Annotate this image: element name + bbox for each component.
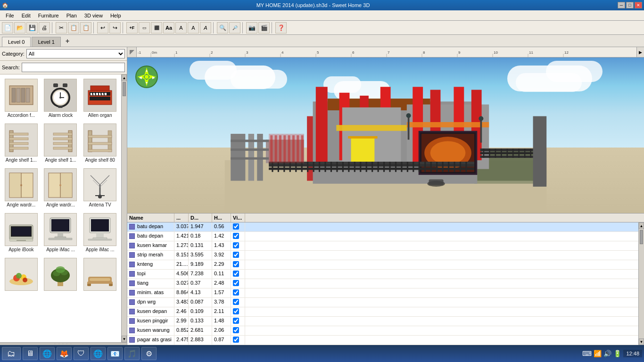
photo-button[interactable]: 📷 — [246, 22, 257, 33]
td-visible[interactable] — [231, 307, 245, 316]
td-visible[interactable] — [231, 251, 245, 260]
visibility-checkbox[interactable] — [233, 242, 239, 248]
tab-level0[interactable]: Level 0 — [2, 37, 31, 47]
visibility-checkbox[interactable] — [233, 337, 239, 343]
td-visible[interactable] — [231, 270, 245, 279]
restore-button[interactable]: □ — [626, 2, 634, 8]
td-visible[interactable] — [231, 279, 245, 288]
add-level-button[interactable]: + — [62, 35, 73, 47]
visibility-checkbox[interactable] — [233, 318, 239, 324]
scroll-thumb[interactable] — [123, 82, 126, 96]
furniture-item-apple-imac1[interactable]: Apple iMac ... — [41, 211, 80, 255]
taskbar-btn-3[interactable]: 🦊 — [57, 347, 72, 360]
visibility-checkbox[interactable] — [233, 223, 239, 230]
furniture-item-13[interactable] — [2, 255, 41, 294]
scroll-up-button[interactable]: ▲ — [122, 74, 127, 81]
table-row[interactable]: kusen warung 0.852 2.681 2.06 — [127, 326, 638, 336]
col-header-height[interactable]: H... — [212, 214, 231, 222]
visibility-checkbox[interactable] — [233, 327, 239, 333]
visibility-checkbox[interactable] — [233, 271, 239, 277]
col-header-dots[interactable]: ... — [174, 214, 189, 222]
furniture-item-accordion-f[interactable]: Accordion f... — [2, 76, 41, 120]
wall-button[interactable]: ▭ — [139, 22, 150, 33]
furniture-item-antena-tv[interactable]: Antena TV — [81, 166, 119, 210]
help-button[interactable]: ❓ — [275, 22, 287, 33]
td-visible[interactable] — [231, 232, 245, 241]
furniture-grid-scrollbar[interactable]: ▲ ▼ — [121, 74, 127, 342]
visibility-checkbox[interactable] — [233, 289, 239, 296]
table-scrollbar[interactable]: ▲ ▼ — [638, 222, 644, 345]
video-button[interactable]: 🎬 — [258, 22, 270, 33]
visibility-checkbox[interactable] — [233, 261, 239, 267]
furniture-item-alarm-clock[interactable]: Alarm clock — [41, 76, 80, 120]
new-button[interactable]: 📄 — [2, 22, 13, 33]
table-row[interactable]: kusen depan 2.46 0.109 2.11 — [127, 307, 638, 317]
3d-canvas[interactable]: ▲ ▼ ◀ ▶ — [127, 58, 644, 213]
menu-3dview[interactable]: 3D view — [81, 10, 107, 20]
room-button[interactable]: ⬛ — [151, 22, 162, 33]
taskbar-btn-4[interactable]: 🛡 — [74, 347, 89, 360]
td-visible[interactable] — [231, 288, 245, 297]
furniture-item-allen-organ[interactable]: Allen organ — [81, 76, 119, 120]
undo-button[interactable]: ↩ — [97, 22, 108, 33]
furniture-item-angle-shelf-1a[interactable]: Angle shelf 1... — [2, 121, 41, 165]
table-row[interactable]: kusen kamar 1.273 0.131 1.43 — [127, 241, 638, 251]
save-button[interactable]: 💾 — [26, 22, 38, 33]
furniture-item-angle-wardrobe-a[interactable]: Angle wardr... — [2, 166, 41, 210]
td-visible[interactable] — [231, 336, 245, 345]
menu-edit[interactable]: Edit — [18, 10, 34, 20]
close-button[interactable]: ✕ — [635, 2, 642, 8]
compass-widget[interactable]: ▲ ▼ ◀ ▶ — [135, 65, 158, 89]
td-visible[interactable] — [231, 317, 245, 326]
furniture-item-angle-wardrobe-b[interactable]: Angle wardr... — [41, 166, 80, 210]
table-scroll-thumb[interactable] — [640, 230, 643, 244]
text-button[interactable]: Aa — [163, 22, 174, 33]
table-row[interactable]: dpn wrg 3.483 0.087 3.78 — [127, 298, 638, 307]
table-row[interactable]: knteng 21.... 9.189 2.29 — [127, 260, 638, 270]
table-row[interactable]: strip merah 8.151 3.595 3.92 — [127, 251, 638, 260]
print-button[interactable]: 🖨 — [39, 22, 50, 33]
td-visible[interactable] — [231, 222, 245, 231]
td-visible[interactable] — [231, 326, 245, 335]
taskbar-btn-5[interactable]: 🌐 — [91, 347, 106, 360]
furniture-item-14[interactable] — [41, 255, 80, 294]
table-row[interactable]: batu depan 3.037 1.947 0.56 — [127, 222, 638, 232]
open-button[interactable]: 📂 — [14, 22, 25, 33]
menu-plan[interactable]: Plan — [63, 10, 81, 20]
panel-resize-handle[interactable]: · · · · · — [0, 342, 127, 345]
menu-help[interactable]: Help — [107, 10, 125, 20]
taskbar-btn-2[interactable]: 🌐 — [40, 347, 55, 360]
visibility-checkbox[interactable] — [233, 233, 239, 239]
taskbar-btn-8[interactable]: ⚙ — [141, 347, 157, 360]
visibility-checkbox[interactable] — [233, 280, 239, 286]
scroll-down-button[interactable]: ▼ — [122, 336, 127, 342]
furniture-item-apple-ibook[interactable]: Apple iBook — [2, 211, 41, 255]
td-visible[interactable] — [231, 260, 245, 269]
category-select[interactable]: All Bathroom Bedroom Kitchen Living room… — [26, 49, 125, 58]
taskbar-btn-6[interactable]: 📧 — [107, 347, 123, 360]
furniture-item-15[interactable] — [81, 255, 119, 294]
redo-button[interactable]: ↪ — [109, 22, 121, 33]
td-visible[interactable] — [231, 298, 245, 307]
table-row[interactable]: batu depan 1.421 0.18 1.42 — [127, 232, 638, 241]
menu-furniture[interactable]: Furniture — [34, 10, 63, 20]
label-button[interactable]: A — [200, 22, 211, 33]
td-visible[interactable] — [231, 241, 245, 250]
furniture-item-apple-imac2[interactable]: Apple iMac ... — [81, 211, 119, 255]
table-row[interactable]: kusen pinggir 2.99 0.133 1.48 — [127, 317, 638, 326]
visibility-checkbox[interactable] — [233, 308, 239, 314]
table-row[interactable]: topi 4.506 7.238 0.11 — [127, 270, 638, 279]
taskbar-start[interactable]: 🗂 — [2, 347, 21, 360]
minimize-button[interactable]: ─ — [618, 2, 625, 8]
taskbar-btn-1[interactable]: 🖥 — [23, 347, 38, 360]
col-header-visible[interactable]: Vi... — [231, 214, 245, 222]
visibility-checkbox[interactable] — [233, 252, 239, 258]
add-furniture-button[interactable]: +F — [126, 22, 138, 33]
compass-button[interactable]: A — [188, 22, 199, 33]
col-header-depth[interactable]: D... — [189, 214, 212, 222]
furniture-item-angle-shelf-80[interactable]: Angle shelf 80 — [81, 121, 119, 165]
table-scroll-down[interactable]: ▼ — [639, 338, 644, 345]
tab-level1[interactable]: Level 1 — [32, 37, 60, 47]
table-row[interactable]: minim. atas 8.864 4.13 1.57 — [127, 288, 638, 298]
search-input[interactable] — [22, 63, 125, 72]
